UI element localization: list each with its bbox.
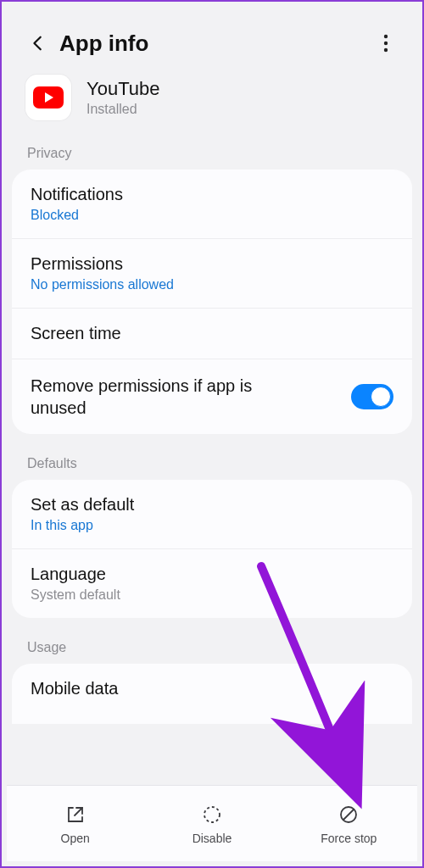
row-screen-time[interactable]: Screen time [12,309,412,359]
app-icon [25,75,71,120]
row-notifications[interactable]: Notifications Blocked [12,170,412,239]
row-permissions[interactable]: Permissions No permissions allowed [12,239,412,309]
row-title: Remove permissions if app is unused [31,375,302,419]
youtube-icon [33,86,64,108]
more-options-button[interactable] [370,27,402,59]
row-subtext: In this app [31,518,393,533]
row-set-default[interactable]: Set as default In this app [12,480,412,549]
disable-button[interactable]: Disable [143,786,280,861]
force-stop-icon [337,803,360,826]
row-language[interactable]: Language System default [12,549,412,618]
privacy-card: Notifications Blocked Permissions No per… [12,170,412,434]
nav-label: Disable [192,832,232,845]
force-stop-button[interactable]: Force stop [281,786,417,861]
defaults-card: Set as default In this app Language Syst… [12,480,412,618]
bottom-action-bar: Open Disable Force stop [7,785,417,861]
section-label-privacy: Privacy [7,139,417,170]
nav-label: Open [61,832,90,845]
section-label-usage: Usage [7,633,417,664]
svg-line-5 [343,810,354,820]
page-title: App info [59,31,370,57]
row-subtext: Blocked [31,208,393,223]
app-identity: YouTube Installed [7,68,417,139]
row-title: Set as default [31,495,393,515]
app-install-status: Installed [86,102,159,117]
remove-permissions-toggle[interactable] [351,384,393,409]
app-name: YouTube [86,78,159,100]
chevron-left-icon [29,34,47,53]
row-title: Screen time [31,324,393,343]
row-title: Permissions [31,254,393,274]
row-title: Notifications [31,185,393,204]
row-title: Language [31,565,393,584]
row-subtext: System default [31,587,393,603]
row-subtext: No permissions allowed [31,277,393,292]
disable-icon [200,803,224,826]
back-button[interactable] [22,27,54,59]
nav-label: Force stop [321,832,377,845]
row-remove-permissions[interactable]: Remove permissions if app is unused [12,359,412,434]
svg-point-3 [204,807,220,822]
section-label-defaults: Defaults [7,449,417,480]
more-vertical-icon [383,34,388,53]
open-icon [64,803,87,826]
svg-point-0 [384,35,388,38]
usage-card: Mobile data [12,664,412,724]
svg-point-1 [384,42,388,45]
svg-point-2 [384,48,388,52]
row-mobile-data[interactable]: Mobile data [31,679,393,698]
open-button[interactable]: Open [7,786,143,861]
